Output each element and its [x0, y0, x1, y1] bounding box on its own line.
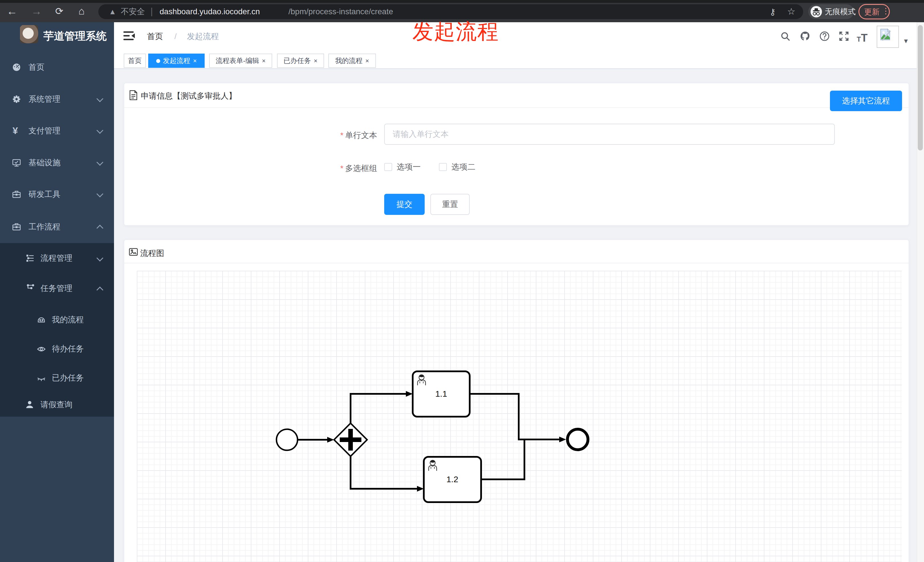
sidebar-item-my-process[interactable]: 我的流程 [0, 306, 114, 334]
tag-label: 我的流程 [335, 57, 363, 64]
sidebar-item-home[interactable]: 首页 [0, 51, 114, 83]
browser-home-icon[interactable]: ⌂ [73, 0, 90, 22]
breadcrumb-current: 发起流程 [187, 22, 219, 51]
gear-icon [12, 94, 21, 104]
sidebar-item-leave-query[interactable]: 请假查询 [0, 392, 114, 417]
monitor-icon [12, 158, 21, 167]
sidebar-item-workflow[interactable]: 工作流程 [0, 211, 114, 243]
incognito-label: 无痕模式 [825, 6, 856, 17]
search-icon[interactable] [780, 31, 790, 42]
font-size-icon[interactable]: TT [857, 32, 868, 44]
avatar[interactable] [877, 25, 899, 48]
image-icon [129, 247, 138, 256]
close-icon[interactable]: × [365, 57, 369, 64]
flow-icon [26, 284, 35, 293]
sidebar-item-label: 请假查询 [40, 392, 72, 417]
tag-my-process[interactable]: 我的流程× [328, 54, 376, 68]
sidebar-item-payment[interactable]: ¥ 支付管理 [0, 115, 114, 147]
card-divider [124, 107, 909, 108]
sidebar-item-system[interactable]: 系统管理 [0, 83, 114, 115]
sidebar-item-label: 系统管理 [28, 83, 60, 115]
browser-menu-icon[interactable]: ⋮ [882, 6, 890, 16]
bpmn-canvas[interactable]: 1.1 1.2 [137, 271, 902, 562]
breadcrumb-home[interactable]: 首页 [147, 22, 163, 51]
security-label: 不安全 [121, 4, 145, 19]
user-task-1-1[interactable]: 1.1 [413, 371, 470, 417]
broken-image-icon [879, 28, 892, 41]
task-label: 1.2 [446, 475, 458, 484]
key-icon[interactable]: ⚷ [770, 7, 776, 17]
chevron-up-icon [96, 225, 103, 231]
chevron-down-icon [96, 255, 103, 261]
sidebar-item-todo-tasks[interactable]: 待办任务 [0, 334, 114, 363]
url-path: /bpm/process-instance/create [288, 4, 393, 19]
tree-list-icon [26, 254, 35, 262]
checkbox-option-2-label[interactable]: 选项二 [452, 162, 476, 172]
sidebar-logo-avatar[interactable] [20, 25, 38, 43]
url-separator: | [150, 4, 153, 18]
bpmn-diagram: 1.1 1.2 [137, 271, 902, 562]
reset-label: 重置 [442, 199, 458, 210]
sidebar-item-label: 基础设施 [28, 147, 60, 179]
sidebar-item-label: 待办任务 [52, 334, 84, 363]
chevron-up-icon [96, 286, 103, 293]
browser-back-icon[interactable]: ← [3, 0, 21, 22]
briefcase-icon [12, 222, 21, 231]
chevron-down-icon [96, 95, 103, 102]
tag-label: 已办任务 [284, 57, 311, 64]
checkbox-group-label: *多选框组 [296, 163, 377, 174]
user-task-1-2[interactable]: 1.2 [424, 457, 481, 502]
chevron-down-icon[interactable]: ▾ [904, 36, 908, 45]
sidebar-item-process-mgmt[interactable]: 流程管理 [0, 243, 114, 273]
task-label: 1.1 [435, 389, 447, 399]
checkbox-option-1[interactable] [384, 163, 392, 171]
flow-diagram-title: 流程图 [140, 248, 164, 259]
user-icon [25, 400, 34, 409]
tag-form-edit[interactable]: 流程表单-编辑× [209, 54, 272, 68]
star-icon[interactable]: ☆ [787, 6, 795, 17]
single-line-text-input[interactable] [384, 124, 835, 145]
reset-button[interactable]: 重置 [430, 194, 470, 215]
sidebar-item-infrastructure[interactable]: 基础设施 [0, 147, 114, 179]
warning-icon: ▲ [109, 4, 116, 19]
sidebar-item-label: 我的流程 [52, 306, 84, 334]
sidebar-item-task-mgmt[interactable]: 任务管理 [0, 273, 114, 304]
document-icon [129, 90, 138, 100]
robot-icon [37, 316, 46, 324]
end-event[interactable] [567, 429, 588, 450]
yen-icon: ¥ [12, 125, 18, 136]
checkbox-option-2[interactable] [439, 163, 447, 171]
close-icon[interactable]: × [193, 57, 197, 64]
tag-start-process[interactable]: 发起流程× [148, 54, 205, 68]
parallel-gateway[interactable] [334, 423, 367, 456]
browser-reload-icon[interactable]: ⟳ [51, 0, 68, 22]
scrollbar-thumb[interactable] [918, 25, 923, 150]
tag-label: 首页 [128, 57, 142, 64]
browser-forward-icon[interactable]: → [28, 0, 45, 22]
submit-label: 提交 [396, 199, 412, 210]
sidebar-item-done-tasks[interactable]: 已办任务 [0, 364, 114, 392]
checkbox-option-1-label[interactable]: 选项一 [397, 162, 421, 172]
eye-off-icon [37, 375, 46, 383]
sidebar-logo-title[interactable]: 芋道管理系统 [44, 29, 106, 43]
close-icon[interactable]: × [314, 57, 318, 64]
update-label: 更新 [864, 7, 879, 17]
choose-other-process-button[interactable]: 选择其它流程 [830, 91, 902, 111]
chevron-down-icon [96, 190, 103, 197]
card-divider [124, 263, 909, 263]
fullscreen-icon[interactable] [838, 31, 849, 42]
hamburger-fold-icon[interactable] [123, 30, 137, 42]
close-icon[interactable]: × [262, 57, 266, 64]
tag-home[interactable]: 首页 [124, 54, 146, 68]
start-event[interactable] [276, 429, 297, 450]
sidebar-item-devtools[interactable]: 研发工具 [0, 178, 114, 210]
chevron-down-icon [96, 127, 103, 134]
text-field-label: *单行文本 [296, 130, 377, 141]
sidebar-item-label: 流程管理 [40, 243, 72, 273]
tag-done-tasks[interactable]: 已办任务× [277, 54, 324, 68]
help-icon[interactable] [819, 31, 830, 42]
submit-button[interactable]: 提交 [384, 194, 424, 215]
github-icon[interactable] [800, 31, 811, 42]
chevron-down-icon [96, 159, 103, 166]
apply-info-title: 申请信息【测试多审批人】 [141, 91, 237, 102]
